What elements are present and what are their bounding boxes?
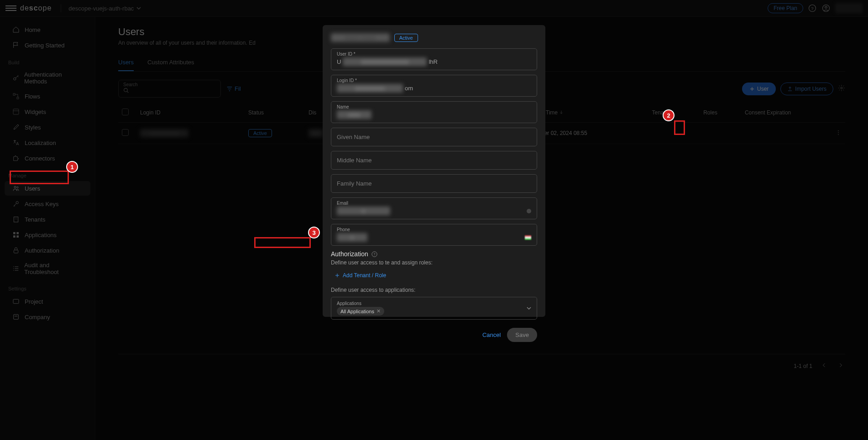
blurred-value: xxxx — [337, 110, 371, 119]
email-label: Email — [337, 201, 531, 206]
help-icon[interactable]: ? — [371, 251, 378, 258]
remove-chip-button[interactable]: ✕ — [376, 308, 381, 314]
plus-icon — [335, 273, 340, 278]
cancel-button[interactable]: Cancel — [482, 328, 501, 342]
phone-field[interactable]: Phone x — [331, 224, 537, 246]
family-name-field[interactable]: Family Name — [331, 174, 537, 193]
name-field[interactable]: Name xxxx — [331, 101, 537, 123]
given-name-field[interactable]: Given Name — [331, 128, 537, 146]
edit-user-modal: xxxxx xxxxx Active User ID * Uxxxxxxxxxx… — [323, 25, 545, 317]
flag-icon — [525, 235, 531, 240]
authorization-title: Authorization ? — [331, 250, 537, 258]
user-id-label: User ID * — [337, 52, 531, 57]
blurred-value: xxxxxxxxxx — [337, 84, 403, 93]
save-button[interactable]: Save — [507, 328, 537, 342]
add-tenant-label: Add Tenant / Role — [343, 272, 386, 279]
login-id-field[interactable]: Login ID * xxxxxxxxxxom — [331, 75, 537, 97]
login-id-suffix: om — [405, 85, 413, 92]
app-chip: All Applications✕ — [337, 307, 384, 316]
blurred-value: x — [337, 233, 367, 242]
annotation-2: 2 — [663, 109, 675, 121]
apps-label: Applications — [337, 301, 384, 306]
blurred-value: x — [337, 207, 390, 215]
chevron-down-icon — [527, 306, 531, 311]
name-label: Name — [337, 104, 531, 109]
blurred-value: xxxxxxxxxxxxxxxx — [343, 57, 427, 66]
user-id-suffix: lhR — [429, 58, 438, 65]
user-id-field[interactable]: User ID * UxxxxxxxxxxxxxxxxlhR — [331, 48, 537, 70]
add-tenant-role-button[interactable]: Add Tenant / Role — [331, 269, 537, 281]
svg-text:?: ? — [373, 253, 375, 256]
middle-name-field[interactable]: Middle Name — [331, 151, 537, 170]
status-dot — [527, 209, 531, 213]
annotation-3: 3 — [308, 227, 320, 238]
authorization-desc: Define user access to te and assign role… — [331, 259, 537, 266]
modal-overlay: xxxxx xxxxx Active User ID * Uxxxxxxxxxx… — [0, 0, 868, 440]
apps-desc: Define user access to applications: — [331, 287, 537, 293]
phone-label: Phone — [337, 227, 531, 232]
login-id-label: Login ID * — [337, 78, 531, 83]
email-field[interactable]: Email x — [331, 197, 537, 219]
modal-title: xxxxx xxxxx — [331, 33, 390, 42]
modal-status-badge: Active — [394, 34, 418, 42]
applications-field[interactable]: Applications All Applications✕ — [331, 297, 537, 320]
annotation-1: 1 — [66, 161, 78, 173]
